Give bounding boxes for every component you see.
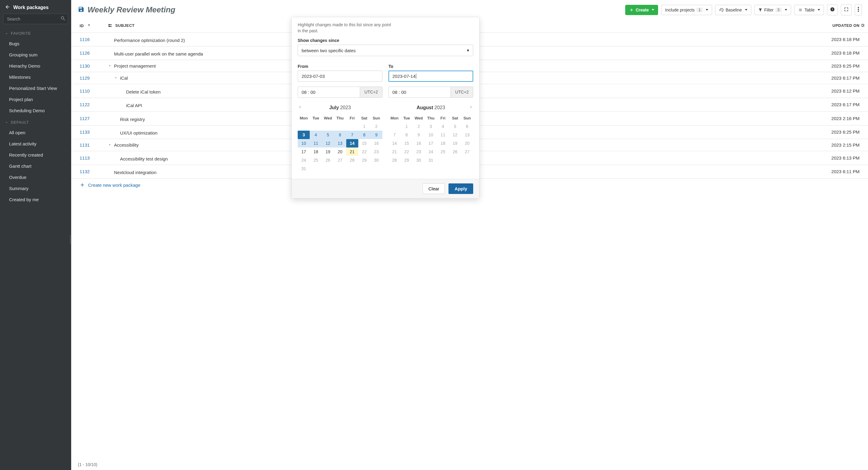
work-package-id[interactable]: 1133 <box>71 125 104 139</box>
sidebar-item[interactable]: Summary <box>0 183 71 194</box>
calendar-day[interactable]: 18 <box>310 148 322 156</box>
sidebar-item[interactable]: Milestones <box>0 71 71 83</box>
calendar-day[interactable]: 31 <box>298 164 310 173</box>
calendar-day[interactable]: 8 <box>401 131 412 139</box>
calendar-day[interactable]: 20 <box>334 148 346 156</box>
calendar-day[interactable]: 29 <box>401 156 412 164</box>
calendar-day[interactable]: 3 <box>425 122 437 131</box>
calendar-day[interactable]: 4 <box>437 122 449 131</box>
from-time-input[interactable]: 08 : 00 UTC+2 <box>298 87 382 98</box>
calendar-day[interactable]: 11 <box>437 131 449 139</box>
calendar-day[interactable]: 22 <box>358 148 370 156</box>
calendar-day[interactable]: 12 <box>322 139 334 148</box>
sidebar-search[interactable] <box>3 13 68 24</box>
calendar-day[interactable]: 26 <box>322 156 334 164</box>
calendar-day[interactable]: 17 <box>425 139 437 148</box>
calendar-day[interactable]: 14 <box>389 139 401 148</box>
calendar-day[interactable]: 24 <box>298 156 310 164</box>
calendar-day[interactable]: 28 <box>389 156 401 164</box>
calendar-prev-icon[interactable] <box>298 105 302 111</box>
calendar-day[interactable]: 3 <box>298 131 310 139</box>
calendar-day[interactable]: 7 <box>389 131 401 139</box>
sidebar-item[interactable]: Personalized Start View <box>0 83 71 94</box>
calendar-day[interactable]: 31 <box>425 156 437 164</box>
calendar-day[interactable]: 21 <box>389 148 401 156</box>
to-date-input[interactable]: 2023-07-14 <box>389 71 473 82</box>
clear-button[interactable]: Clear <box>423 183 445 194</box>
sidebar-item[interactable]: Gantt chart <box>0 160 71 171</box>
calendar-day[interactable]: 22 <box>401 148 412 156</box>
to-time-input[interactable]: 08 : 00 UTC+2 <box>389 87 473 98</box>
calendar-day[interactable]: 16 <box>370 139 382 148</box>
calendar-day[interactable]: 27 <box>334 156 346 164</box>
calendar-day[interactable]: 8 <box>358 131 370 139</box>
view-mode-button[interactable]: Table <box>794 5 824 15</box>
sidebar-item[interactable]: Created by me <box>0 194 71 205</box>
calendar-day[interactable]: 4 <box>310 131 322 139</box>
work-package-id[interactable]: 1122 <box>71 98 104 112</box>
calendar-day[interactable]: 29 <box>358 156 370 164</box>
calendar-day[interactable]: 5 <box>449 122 461 131</box>
sidebar-item[interactable]: Project plan <box>0 94 71 105</box>
work-package-id[interactable]: 1131 <box>71 139 104 151</box>
calendar-day[interactable]: 19 <box>449 139 461 148</box>
info-icon[interactable]: i <box>827 4 838 15</box>
calendar-day[interactable]: 23 <box>370 148 382 156</box>
back-icon[interactable] <box>5 4 10 10</box>
calendar-day[interactable]: 18 <box>437 139 449 148</box>
calendar-day[interactable]: 25 <box>310 156 322 164</box>
calendar-day[interactable]: 5 <box>322 131 334 139</box>
calendar-day[interactable]: 19 <box>322 148 334 156</box>
calendar-day[interactable]: 14 <box>346 139 358 148</box>
calendar-day[interactable]: 28 <box>346 156 358 164</box>
calendar-day[interactable]: 10 <box>298 139 310 148</box>
calendar-day[interactable]: 23 <box>412 148 425 156</box>
calendar-day[interactable]: 6 <box>461 122 473 131</box>
fullscreen-icon[interactable] <box>841 4 852 15</box>
sidebar-item[interactable]: Overdue <box>0 171 71 183</box>
chevron-down-icon[interactable] <box>114 75 119 81</box>
calendar-day[interactable]: 15 <box>358 139 370 148</box>
column-header-id[interactable]: ID <box>71 19 104 33</box>
calendar-day[interactable]: 17 <box>298 148 310 156</box>
calendar-day[interactable]: 26 <box>449 148 461 156</box>
calendar-day[interactable]: 13 <box>334 139 346 148</box>
work-package-id[interactable]: 1113 <box>71 151 104 165</box>
calendar-day[interactable]: 13 <box>461 131 473 139</box>
calendar-day[interactable]: 10 <box>425 131 437 139</box>
calendar-day[interactable]: 30 <box>370 156 382 164</box>
calendar-day[interactable]: 27 <box>461 148 473 156</box>
sidebar-item[interactable]: Latest activity <box>0 138 71 149</box>
calendar-day[interactable]: 21 <box>346 148 358 156</box>
calendar-day[interactable]: 24 <box>425 148 437 156</box>
create-button[interactable]: Create <box>625 5 658 15</box>
nav-group-header[interactable]: DEFAULT <box>0 116 71 127</box>
calendar-day[interactable]: 7 <box>346 131 358 139</box>
baseline-button[interactable]: Baseline <box>715 5 751 15</box>
sidebar-item[interactable]: Scheduling Demo <box>0 105 71 116</box>
calendar-day[interactable]: 6 <box>334 131 346 139</box>
include-projects-button[interactable]: Include projects 1 <box>661 5 712 15</box>
calendar-next-icon[interactable] <box>469 105 473 111</box>
calendar-day[interactable]: 15 <box>401 139 412 148</box>
calendar-day[interactable]: 2 <box>370 122 382 131</box>
calendar-day[interactable]: 1 <box>401 122 412 131</box>
column-header-updated[interactable]: UPDATED ON <box>652 19 868 33</box>
calendar-day[interactable]: 11 <box>310 139 322 148</box>
calendar-day[interactable]: 12 <box>449 131 461 139</box>
work-package-id[interactable]: 1132 <box>71 165 104 179</box>
chevron-down-icon[interactable] <box>108 63 113 68</box>
sidebar-item[interactable]: Grouping sum <box>0 49 71 60</box>
sidebar-item[interactable]: All open <box>0 127 71 138</box>
calendar-day[interactable]: 2 <box>412 122 425 131</box>
calendar-day[interactable]: 20 <box>461 139 473 148</box>
baseline-mode-select[interactable]: between two specific dates ▾ <box>298 45 473 56</box>
sidebar-item[interactable]: Hierachy Demo <box>0 60 71 71</box>
sidebar-item[interactable]: Recently created <box>0 149 71 160</box>
work-package-id[interactable]: 1129 <box>71 72 104 84</box>
work-package-id[interactable]: 1116 <box>71 33 104 46</box>
filter-button[interactable]: Filter 3 <box>754 5 791 15</box>
calendar-day[interactable]: 25 <box>437 148 449 156</box>
calendar-day[interactable]: 9 <box>412 131 425 139</box>
calendar-day[interactable]: 30 <box>412 156 425 164</box>
